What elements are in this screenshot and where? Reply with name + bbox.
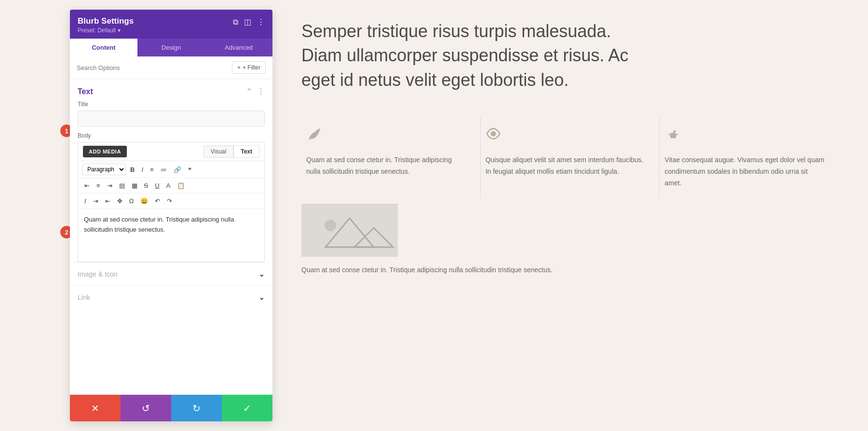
visual-text-tabs: Visual Text xyxy=(203,145,259,158)
blurb-image xyxy=(301,204,398,257)
blockquote-button[interactable]: ❝ xyxy=(186,165,194,175)
panel-body: Text ⌃ ⋮ Title Body ADD MEDIA Visual Tex… xyxy=(70,79,272,394)
search-bar: + + Filter xyxy=(70,56,272,79)
italic2-button[interactable]: I xyxy=(82,196,89,206)
paste-button[interactable]: 📋 xyxy=(175,181,187,191)
link-chevron: ⌄ xyxy=(258,292,265,302)
columns-icon[interactable]: ◫ xyxy=(244,17,251,27)
editor-toolbar: ADD MEDIA Visual Text Paragraph Heading … xyxy=(78,142,265,209)
svg-point-1 xyxy=(490,131,496,137)
toolbar-row-2: ⇤ ≡ ⇥ ▤ ▦ S U A 📋 xyxy=(78,178,264,194)
section-controls: ⌃ ⋮ xyxy=(246,87,265,96)
reset-button[interactable]: ↺ xyxy=(121,395,171,421)
emoji-button[interactable]: 😀 xyxy=(138,196,150,206)
add-media-button[interactable]: ADD MEDIA xyxy=(83,146,127,157)
blurb-item-3: Vitae consequat augue. Vivamus eget dolo… xyxy=(660,116,839,198)
panel-header: Blurb Settings Preset: Default ▾ ⧉ ◫ ⋮ xyxy=(70,10,272,39)
tab-content[interactable]: Content xyxy=(70,39,137,56)
link-title: Link xyxy=(78,293,90,301)
blurb-text-1: Quam at sed conse ctetur in. Tristique a… xyxy=(306,154,466,178)
text-section-header: Text ⌃ ⋮ xyxy=(70,79,272,101)
editor-top-bar: ADD MEDIA Visual Text xyxy=(78,142,264,161)
paragraph-select[interactable]: Paragraph Heading 1 Heading 2 Heading 3 xyxy=(82,164,126,175)
filter-label: + Filter xyxy=(243,64,260,71)
toolbar-row-1: Paragraph Heading 1 Heading 2 Heading 3 … xyxy=(78,161,264,178)
more-options-icon[interactable]: ⋮ xyxy=(257,17,265,27)
toolbar-row-3: I ⇥ ⇤ ✥ Ω 😀 ↶ ↷ xyxy=(78,194,264,209)
filter-icon: + xyxy=(237,64,241,71)
eye-icon xyxy=(486,126,645,145)
save-button[interactable]: ✓ xyxy=(222,395,272,421)
panel-header-left: Blurb Settings Preset: Default ▾ xyxy=(78,16,134,34)
link-button[interactable]: 🔗 xyxy=(171,165,184,175)
outdent-button[interactable]: ⇤ xyxy=(103,196,113,206)
redo-footer-button[interactable]: ↻ xyxy=(171,395,222,421)
unordered-list-button[interactable]: ≡ xyxy=(148,165,156,175)
italic-button[interactable]: I xyxy=(139,165,146,175)
bottom-blurb: Quam at sed conse ctetur in. Tristique a… xyxy=(301,204,839,276)
visual-tab[interactable]: Visual xyxy=(203,145,233,158)
tab-design[interactable]: Design xyxy=(137,39,205,56)
expand-button[interactable]: ✥ xyxy=(115,196,125,206)
title-input[interactable] xyxy=(78,111,265,126)
text-color-button[interactable]: A xyxy=(164,181,173,191)
title-field-group: Title xyxy=(70,101,272,132)
align-right-button[interactable]: ⇥ xyxy=(105,181,115,191)
indent-button[interactable]: ⇥ xyxy=(91,196,101,206)
redo-button[interactable]: ↷ xyxy=(164,196,175,206)
filter-button[interactable]: + + Filter xyxy=(232,61,266,74)
strikethrough-button[interactable]: S xyxy=(142,181,151,191)
panel-tabs: Content Design Advanced xyxy=(70,39,272,56)
image-icon-section[interactable]: Image & Icon ⌄ xyxy=(70,262,272,285)
panel-preset[interactable]: Preset: Default ▾ xyxy=(78,27,134,34)
editor-content[interactable]: Quam at sed conse ctetur in. Tristique a… xyxy=(78,209,265,262)
svg-point-5 xyxy=(325,220,336,231)
blurb-item-2: Quisque aliquet velit sit amet sem inter… xyxy=(481,116,660,198)
bottom-row: Quam at sed conse ctetur in. Tristique a… xyxy=(301,204,839,276)
collapse-icon[interactable]: ⌃ xyxy=(246,87,252,96)
align-left-button[interactable]: ⇤ xyxy=(82,181,92,191)
bottom-blurb-text: Quam at sed conse ctetur in. Tristique a… xyxy=(301,264,829,276)
blurb-text-3: Vitae consequat augue. Vivamus eget dolo… xyxy=(665,154,825,189)
search-input[interactable] xyxy=(77,64,228,71)
section-more-icon[interactable]: ⋮ xyxy=(257,87,265,96)
undo-button[interactable]: ↶ xyxy=(152,196,163,206)
cancel-button[interactable]: ✕ xyxy=(70,395,121,421)
blurb-grid: Quam at sed conse ctetur in. Tristique a… xyxy=(301,116,839,198)
body-text: Quam at sed conse ctetur in. Tristique a… xyxy=(84,216,234,233)
panel-footer: ✕ ↺ ↻ ✓ xyxy=(70,394,272,421)
align-center-button[interactable]: ≡ xyxy=(94,181,103,191)
text-tab[interactable]: Text xyxy=(233,145,259,158)
panel-header-right: ⧉ ◫ ⋮ xyxy=(233,16,265,27)
image-icon-chevron: ⌄ xyxy=(258,269,265,278)
fullscreen-icon[interactable]: ⧉ xyxy=(233,18,238,27)
content-area: Semper tristique risus turpis malesuada.… xyxy=(272,0,868,431)
blurb-settings-panel: Blurb Settings Preset: Default ▾ ⧉ ◫ ⋮ C… xyxy=(70,10,272,421)
ordered-list-button[interactable]: ≔ xyxy=(158,165,169,175)
justify-button[interactable]: ▤ xyxy=(117,181,127,191)
body-label: Body xyxy=(70,132,272,142)
table-button[interactable]: ▦ xyxy=(129,181,140,191)
title-label: Title xyxy=(78,101,265,108)
underline-button[interactable]: U xyxy=(152,181,162,191)
tab-advanced[interactable]: Advanced xyxy=(205,39,272,56)
leaf-icon xyxy=(306,126,466,145)
blurb-item-1: Quam at sed conse ctetur in. Tristique a… xyxy=(301,116,481,198)
blurb-text-2: Quisque aliquet velit sit amet sem inter… xyxy=(486,154,645,178)
image-icon-title: Image & Icon xyxy=(78,270,118,278)
text-section-title: Text xyxy=(78,87,93,96)
panel-title: Blurb Settings xyxy=(78,16,134,26)
hand-heart-icon xyxy=(665,126,825,145)
omega-button[interactable]: Ω xyxy=(127,196,136,206)
svg-rect-2 xyxy=(301,204,398,257)
bold-button[interactable]: B xyxy=(128,165,137,175)
hero-text: Semper tristique risus turpis malesuada.… xyxy=(301,19,649,92)
link-section[interactable]: Link ⌄ xyxy=(70,285,272,308)
